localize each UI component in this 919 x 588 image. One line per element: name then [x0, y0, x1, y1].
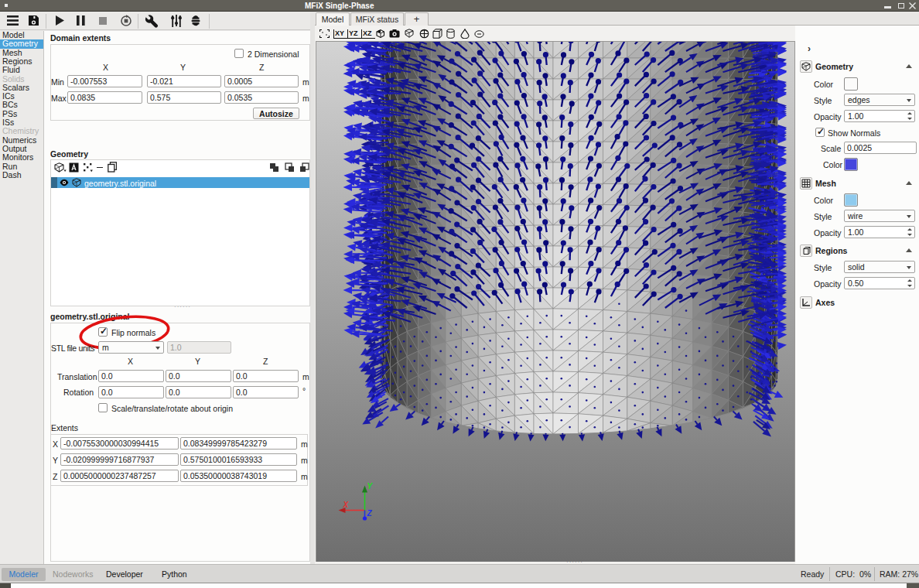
svg-text:X: X: [343, 501, 350, 509]
svg-text:Z: Z: [367, 509, 373, 518]
